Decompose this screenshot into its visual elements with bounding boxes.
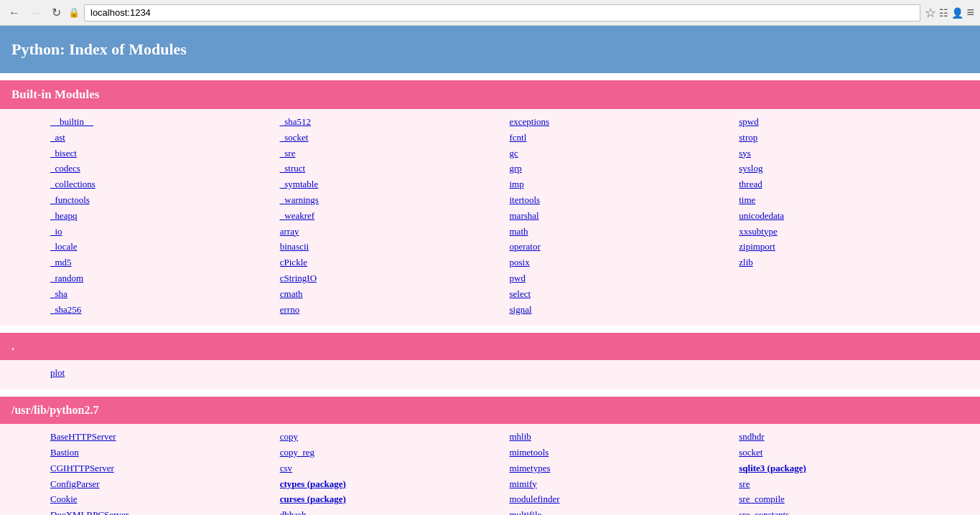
link-mimetools[interactable]: mimetools bbox=[510, 445, 739, 460]
link-bastion[interactable]: Bastion bbox=[50, 445, 280, 460]
link-random[interactable]: _random bbox=[50, 271, 280, 286]
link-weakref[interactable]: _weakref bbox=[280, 209, 510, 224]
link-plot[interactable]: plot bbox=[50, 366, 969, 381]
link-sqlite3[interactable]: sqlite3 (package) bbox=[739, 461, 969, 476]
link-sre[interactable]: sre bbox=[739, 477, 969, 492]
link-unicodedata[interactable]: unicodedata bbox=[739, 209, 969, 224]
link-imp[interactable]: imp bbox=[510, 177, 739, 192]
builtin-module-grid: __builtin__ _ast _bisect _codecs _collec… bbox=[50, 115, 969, 317]
link-syslog[interactable]: syslog bbox=[739, 161, 969, 176]
link-docxmlrpcserver[interactable]: DocXMLRPCServer bbox=[50, 508, 280, 515]
usr-col-1: BaseHTTPServer Bastion CGIHTTPServer Con… bbox=[50, 430, 280, 515]
link-cmath[interactable]: cmath bbox=[280, 287, 510, 302]
link-dbhash[interactable]: dbhash bbox=[280, 508, 510, 515]
bookmark-button[interactable]: ☆ bbox=[925, 5, 936, 21]
link-codecs[interactable]: _codecs bbox=[50, 161, 280, 176]
link-gc[interactable]: gc bbox=[510, 146, 739, 161]
link-io[interactable]: _io bbox=[50, 225, 280, 240]
link-builtin[interactable]: __builtin__ bbox=[50, 115, 280, 130]
link-cpickle[interactable]: cPickle bbox=[280, 255, 510, 270]
page-title: Python: Index of Modules bbox=[11, 40, 187, 58]
browser-chrome: ← → ↻ 🔒 ☆ ☷ 👤 ≡ bbox=[0, 0, 980, 26]
link-posix[interactable]: posix bbox=[510, 255, 739, 270]
builtin-col-4: spwd strop sys syslog thread time unicod… bbox=[739, 115, 969, 317]
link-binascii[interactable]: binascii bbox=[280, 240, 510, 255]
dot-section-header: . bbox=[0, 333, 980, 360]
link-struct[interactable]: _struct bbox=[280, 161, 510, 176]
link-fcntl[interactable]: fcntl bbox=[510, 131, 739, 146]
address-bar[interactable] bbox=[84, 4, 920, 22]
link-locale[interactable]: _locale bbox=[50, 240, 280, 255]
builtin-col-3: exceptions fcntl gc grp imp itertools ma… bbox=[510, 115, 739, 317]
link-marshal[interactable]: marshal bbox=[510, 209, 739, 224]
link-grp[interactable]: grp bbox=[510, 161, 739, 176]
link-modulefinder[interactable]: modulefinder bbox=[510, 492, 739, 507]
link-copy[interactable]: copy bbox=[280, 430, 510, 445]
forward-button[interactable]: → bbox=[27, 5, 45, 21]
link-csv[interactable]: csv bbox=[280, 461, 510, 476]
reload-button[interactable]: ↻ bbox=[49, 4, 64, 21]
link-itertools[interactable]: itertools bbox=[510, 193, 739, 208]
usr-module-grid: BaseHTTPServer Bastion CGIHTTPServer Con… bbox=[50, 430, 969, 515]
link-socket[interactable]: socket bbox=[739, 445, 969, 460]
link-sre[interactable]: _sre bbox=[280, 146, 510, 161]
usr-section-content: BaseHTTPServer Bastion CGIHTTPServer Con… bbox=[0, 424, 980, 515]
page-title-bar: Python: Index of Modules bbox=[0, 26, 980, 73]
link-sha512[interactable]: _sha512 bbox=[280, 115, 510, 130]
link-math[interactable]: math bbox=[510, 225, 739, 240]
menu-button[interactable]: ≡ bbox=[966, 5, 974, 20]
link-ctypes[interactable]: ctypes (package) bbox=[280, 477, 510, 492]
link-signal[interactable]: signal bbox=[510, 303, 739, 318]
builtin-col-1: __builtin__ _ast _bisect _codecs _collec… bbox=[50, 115, 280, 317]
link-errno[interactable]: errno bbox=[280, 303, 510, 318]
link-cstringio[interactable]: cStringIO bbox=[280, 271, 510, 286]
account-button[interactable]: 👤 bbox=[951, 7, 963, 19]
link-curses[interactable]: curses (package) bbox=[280, 492, 510, 507]
link-strop[interactable]: strop bbox=[739, 131, 969, 146]
link-sha[interactable]: _sha bbox=[50, 287, 280, 302]
link-socket[interactable]: _socket bbox=[280, 131, 510, 146]
link-sre-constants[interactable]: sre_constants bbox=[739, 508, 969, 515]
lock-icon: 🔒 bbox=[68, 7, 80, 19]
link-warnings[interactable]: _warnings bbox=[280, 193, 510, 208]
link-multifile[interactable]: multifile bbox=[510, 508, 739, 515]
link-sha256[interactable]: _sha256 bbox=[50, 303, 280, 318]
link-mimify[interactable]: mimify bbox=[510, 477, 739, 492]
link-collections[interactable]: _collections bbox=[50, 177, 280, 192]
dot-section-content: plot bbox=[0, 360, 980, 389]
link-operator[interactable]: operator bbox=[510, 240, 739, 255]
link-exceptions[interactable]: exceptions bbox=[510, 115, 739, 130]
link-copy-reg[interactable]: copy_reg bbox=[280, 445, 510, 460]
link-cookie[interactable]: Cookie bbox=[50, 492, 280, 507]
usr-col-2: copy copy_reg csv ctypes (package) curse… bbox=[280, 430, 510, 515]
link-mhlib[interactable]: mhlib bbox=[510, 430, 739, 445]
link-thread[interactable]: thread bbox=[739, 177, 969, 192]
link-pwd[interactable]: pwd bbox=[510, 271, 739, 286]
link-functools[interactable]: _functools bbox=[50, 193, 280, 208]
link-array[interactable]: array bbox=[280, 225, 510, 240]
link-basehttpserver[interactable]: BaseHTTPServer bbox=[50, 430, 280, 445]
link-time[interactable]: time bbox=[739, 193, 969, 208]
link-select[interactable]: select bbox=[510, 287, 739, 302]
link-spwd[interactable]: spwd bbox=[739, 115, 969, 130]
usr-col-4: sndhdr socket sqlite3 (package) sre sre_… bbox=[739, 430, 969, 515]
extensions-button[interactable]: ☷ bbox=[939, 7, 948, 19]
link-xxsubtype[interactable]: xxsubtype bbox=[739, 225, 969, 240]
link-cgihttpserver[interactable]: CGIHTTPServer bbox=[50, 461, 280, 476]
link-configparser[interactable]: ConfigParser bbox=[50, 477, 280, 492]
link-bisect[interactable]: _bisect bbox=[50, 146, 280, 161]
link-md5[interactable]: _md5 bbox=[50, 255, 280, 270]
usr-col-3: mhlib mimetools mimetypes mimify modulef… bbox=[510, 430, 739, 515]
link-heapq[interactable]: _heapq bbox=[50, 209, 280, 224]
link-symtable[interactable]: _symtable bbox=[280, 177, 510, 192]
link-sndhdr[interactable]: sndhdr bbox=[739, 430, 969, 445]
link-sys[interactable]: sys bbox=[739, 146, 969, 161]
usr-section-header: /usr/lib/python2.7 bbox=[0, 397, 980, 424]
link-zipimport[interactable]: zipimport bbox=[739, 240, 969, 255]
link-sre-compile[interactable]: sre_compile bbox=[739, 492, 969, 507]
builtin-section-content: __builtin__ _ast _bisect _codecs _collec… bbox=[0, 109, 980, 326]
link-mimetypes[interactable]: mimetypes bbox=[510, 461, 739, 476]
link-ast[interactable]: _ast bbox=[50, 131, 280, 146]
link-zlib[interactable]: zlib bbox=[739, 255, 969, 270]
back-button[interactable]: ← bbox=[6, 5, 23, 21]
